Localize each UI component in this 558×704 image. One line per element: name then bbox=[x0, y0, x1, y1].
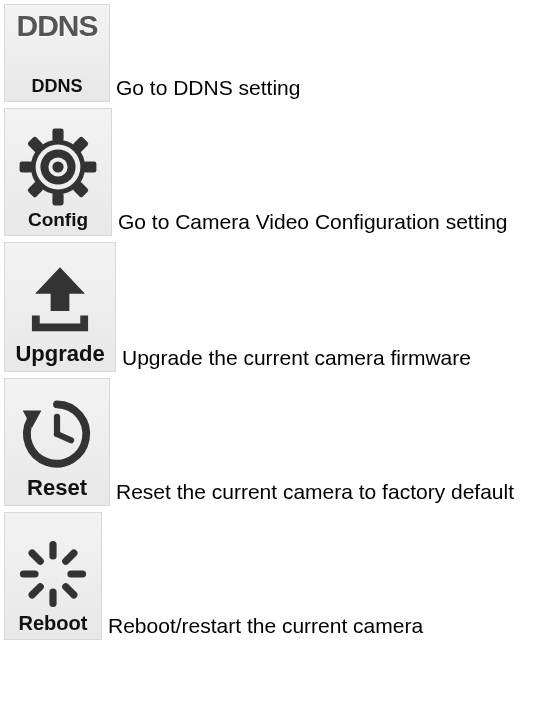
gear-camera-icon bbox=[18, 127, 98, 207]
svg-rect-23 bbox=[27, 548, 45, 566]
item-row-reboot: Reboot Reboot/restart the current camera bbox=[4, 512, 554, 640]
icon-cell: Reset bbox=[4, 378, 110, 506]
svg-marker-13 bbox=[35, 267, 85, 311]
icon-cell: Config bbox=[4, 108, 112, 236]
description-text: Reset the current camera to factory defa… bbox=[110, 479, 514, 506]
icon-label: Reboot bbox=[19, 612, 88, 635]
ddns-icon-graphic: DDNS bbox=[16, 9, 97, 43]
upgrade-icon[interactable]: Upgrade bbox=[4, 242, 116, 372]
icon-label: DDNS bbox=[31, 76, 82, 97]
config-icon[interactable]: Config bbox=[4, 108, 112, 236]
description-text: Go to DDNS setting bbox=[110, 75, 300, 102]
svg-rect-24 bbox=[61, 582, 79, 600]
description-text: Go to Camera Video Configuration setting bbox=[112, 209, 508, 236]
svg-rect-18 bbox=[49, 588, 56, 607]
svg-rect-4 bbox=[20, 161, 33, 172]
svg-rect-22 bbox=[27, 582, 45, 600]
ddns-icon[interactable]: DDNS DDNS bbox=[4, 4, 110, 102]
svg-rect-2 bbox=[52, 193, 63, 206]
item-row-reset: Reset Reset the current camera to factor… bbox=[4, 378, 554, 506]
icon-label: Reset bbox=[27, 475, 87, 501]
svg-point-12 bbox=[52, 161, 63, 172]
icon-label: Upgrade bbox=[15, 341, 104, 367]
svg-line-16 bbox=[57, 434, 71, 440]
icon-label: Config bbox=[28, 209, 88, 231]
item-row-config: Config Go to Camera Video Configuration … bbox=[4, 108, 554, 236]
item-row-ddns: DDNS DDNS Go to DDNS setting bbox=[4, 4, 554, 102]
svg-rect-3 bbox=[84, 161, 97, 172]
spinner-icon bbox=[17, 538, 89, 610]
svg-rect-19 bbox=[20, 570, 39, 577]
upload-arrow-icon bbox=[21, 261, 99, 339]
item-row-upgrade: Upgrade Upgrade the current camera firmw… bbox=[4, 242, 554, 372]
icon-cell: Upgrade bbox=[4, 242, 116, 372]
icon-cell: Reboot bbox=[4, 512, 102, 640]
history-clock-icon bbox=[18, 395, 96, 473]
svg-rect-21 bbox=[61, 548, 79, 566]
description-text: Upgrade the current camera firmware bbox=[116, 345, 471, 372]
reset-icon[interactable]: Reset bbox=[4, 378, 110, 506]
reboot-icon[interactable]: Reboot bbox=[4, 512, 102, 640]
icon-cell: DDNS DDNS bbox=[4, 4, 110, 102]
svg-rect-1 bbox=[52, 129, 63, 142]
svg-rect-20 bbox=[67, 570, 86, 577]
description-text: Reboot/restart the current camera bbox=[102, 613, 423, 640]
svg-rect-17 bbox=[49, 541, 56, 560]
